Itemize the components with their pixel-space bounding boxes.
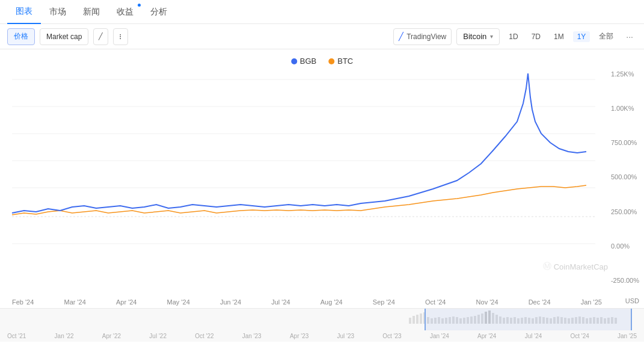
time-7d[interactable]: 7D (527, 31, 545, 42)
toolbar-left: 价格 Market cap ╱ ⫶ (7, 28, 388, 45)
tab-analysis[interactable]: 分析 (142, 0, 176, 24)
x-axis-labels: Feb '24 Mar '24 Apr '24 May '24 Jun '24 … (12, 298, 602, 306)
chart-area[interactable]: BGB BTC 1.25K% 1.00K% 750.00% 500.00% 25… (0, 49, 644, 308)
time-1m[interactable]: 1M (550, 31, 568, 42)
time-all[interactable]: 全部 (595, 30, 618, 43)
market-cap-button[interactable]: Market cap (40, 28, 88, 45)
watermark: Ⓜ CoinMarketCap (543, 261, 608, 272)
btc-dot (328, 58, 334, 64)
y-axis-labels: 1.25K% 1.00K% 750.00% 500.00% 250.00% 0.… (611, 49, 639, 290)
tab-chart[interactable]: 图表 (7, 0, 41, 24)
earnings-badge (138, 4, 141, 7)
tab-market[interactable]: 市场 (41, 0, 75, 24)
tab-bar: 图表 市场 新闻 收益 分析 (0, 0, 644, 24)
toolbar-right: ╱ TradingView Bitcoin ▾ 1D 7D 1M 1Y 全部 ·… (393, 28, 637, 45)
line-icon: ╱ (99, 32, 103, 40)
tab-earnings[interactable]: 收益 (108, 0, 142, 24)
navigator[interactable]: Oct '21 Jan '22 Apr '22 Jul '22 Oct '22 … (0, 308, 644, 342)
coin-selector[interactable]: Bitcoin ▾ (456, 28, 500, 45)
navigator-x-labels: Oct '21 Jan '22 Apr '22 Jul '22 Oct '22 … (7, 333, 637, 339)
chevron-down-icon: ▾ (490, 33, 493, 40)
time-1d[interactable]: 1D (504, 31, 522, 42)
svg-rect-9 (416, 315, 419, 324)
legend-btc: BTC (328, 57, 353, 66)
svg-rect-10 (420, 313, 422, 324)
line-chart-button[interactable]: ╱ (93, 28, 108, 45)
tradingview-badge: ╱ TradingView (393, 28, 452, 45)
candle-button[interactable]: ⫶ (113, 28, 128, 45)
time-1y[interactable]: 1Y (573, 31, 590, 42)
navigator-mini-chart (0, 309, 644, 330)
more-button[interactable]: ··· (622, 31, 637, 43)
svg-rect-7 (409, 318, 411, 324)
toolbar: 价格 Market cap ╱ ⫶ ╱ TradingView Bitcoin … (0, 24, 644, 49)
tradingview-icon: ╱ (399, 32, 403, 41)
price-button[interactable]: 价格 (7, 28, 35, 45)
tab-news[interactable]: 新闻 (75, 0, 108, 24)
candle-icon: ⫶ (118, 32, 123, 41)
cmc-logo: Ⓜ (543, 261, 551, 272)
svg-rect-67 (425, 309, 631, 330)
chart-legend: BGB BTC (291, 57, 353, 66)
legend-bgb: BGB (291, 57, 316, 66)
bgb-dot (291, 58, 297, 64)
svg-rect-8 (412, 316, 415, 324)
usd-label: USD (625, 297, 639, 304)
